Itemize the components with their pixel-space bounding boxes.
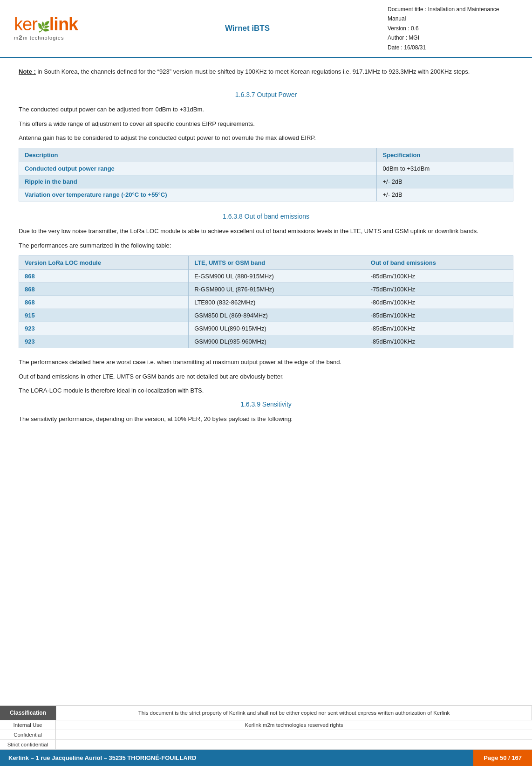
table-row: 868E-GSM900 UL (880-915MHz)-85dBm/100KHz [19,269,513,283]
section-oob-heading: 1.6.3.8 Out of band emissions [19,213,513,220]
cell-band: E-GSM900 UL (880-915MHz) [189,269,365,283]
logo-icon: 🌿 [37,21,49,33]
logo-ker: ker [14,14,37,34]
classification-label: Classification [0,706,56,720]
cell-band: LTE800 (832-862MHz) [189,296,365,309]
logo-link: link [49,14,78,34]
table-row: Ripple in the band+/- 2dB [19,175,513,188]
cell-emission-value: -75dBm/100KHz [365,283,513,296]
col-band: LTE, UMTS or GSM band [189,255,365,269]
cell-emission-value: -85dBm/100KHz [365,269,513,283]
output-power-para3: Antenna gain has to be considered to adj… [19,133,513,143]
footer-row-internal: Internal Use Kerlink m2m technologies re… [0,720,532,730]
section-output-power-heading: 1.6.3.7 Output Power [19,91,513,98]
footer-address: Kerlink – 1 rue Jacqueline Auriol – 3523… [0,750,473,766]
cell-version: 915 [19,309,189,322]
footer-rows: Internal Use Kerlink m2m technologies re… [0,720,532,750]
output-power-para1: The conducted output power can be adjust… [19,105,513,115]
footer-row-confidential: Confidential [0,730,532,740]
strict-confidential-label: Strict confidential [0,740,56,749]
output-power-para2: This offers a wide range of adjustment t… [19,119,513,129]
cell-specification: +/- 2dB [377,188,513,201]
logo: ker🌿link [14,15,107,33]
doc-date: Date : 16/08/31 [388,43,518,52]
cell-band: GSM900 DL(935-960MHz) [189,335,365,348]
cell-description: Variation over temperature range (-20°C … [19,188,377,201]
header-doc-info: Document title : Installation and Mainte… [388,5,518,52]
doc-author: Author : MGI [388,33,518,42]
sensitivity-para1: The sensitivity performance, depending o… [19,414,513,424]
footer-row-strict: Strict confidential [0,740,532,750]
cell-version: 868 [19,269,189,283]
oob-para3: The performances detailed here are worst… [19,358,513,367]
cell-emission-value: -85dBm/100KHz [365,322,513,335]
col-description: Description [19,148,377,162]
note-block: Note : in South Korea, the channels defi… [19,67,513,77]
emissions-table: Version LoRa LOC module LTE, UMTS or GSM… [19,255,513,348]
table-row: 868R-GSM900 UL (876-915MHz)-75dBm/100KHz [19,283,513,296]
col-version: Version LoRa LOC module [19,255,189,269]
cell-description: Conducted output power range [19,162,377,175]
cell-version: 923 [19,335,189,348]
cell-version: 923 [19,322,189,335]
page-header: ker🌿link m2m technologies Wirnet iBTS Do… [0,0,532,58]
page-footer: Classification This document is the stri… [0,705,532,766]
footer-bottom-bar: Kerlink – 1 rue Jacqueline Auriol – 3523… [0,750,532,766]
oob-para4: Out of band emissions in other LTE, UMTS… [19,372,513,382]
cell-version: 868 [19,296,189,309]
strict-confidential-value [56,740,532,749]
oob-para1: Due to the very low noise transmitter, t… [19,227,513,236]
cell-specification: 0dBm to +31dBm [377,162,513,175]
internal-use-label: Internal Use [0,720,56,730]
table-row: 868LTE800 (832-862MHz)-80dBm/100KHz [19,296,513,309]
cell-band: R-GSM900 UL (876-915MHz) [189,283,365,296]
oob-para2: The performances are summarized in the f… [19,241,513,251]
classification-text: This document is the strict property of … [56,706,532,720]
cell-description: Ripple in the band [19,175,377,188]
main-content: Note : in South Korea, the channels defi… [0,58,532,438]
confidential-value [56,730,532,739]
table-row: 923GSM900 UL(890-915MHz)-85dBm/100KHz [19,322,513,335]
header-product-title: Wirnet iBTS [107,24,388,33]
footer-page: Page 50 / 167 [473,750,532,766]
cell-specification: +/- 2dB [377,175,513,188]
cell-emission-value: -85dBm/100KHz [365,335,513,348]
cell-version: 868 [19,283,189,296]
note-text: in South Korea, the channels defined for… [36,68,470,75]
table-row: 923GSM900 DL(935-960MHz)-85dBm/100KHz [19,335,513,348]
col-emissions: Out of band emissions [365,255,513,269]
logo-area: ker🌿link m2m technologies [14,15,107,41]
doc-version: Version : 0.6 [388,24,518,33]
col-specification: Specification [377,148,513,162]
internal-use-value: Kerlink m2m technologies reserved rights [56,720,532,730]
footer-classification-row: Classification This document is the stri… [0,706,532,720]
cell-emission-value: -80dBm/100KHz [365,296,513,309]
oob-para5: The LORA-LOC module is therefore ideal i… [19,386,513,396]
logo-subtitle: m2m technologies [14,34,107,41]
confidential-label: Confidential [0,730,56,739]
table-row: 915GSM850 DL (869-894MHz)-85dBm/100KHz [19,309,513,322]
note-label: Note : [19,68,36,75]
cell-band: GSM900 UL(890-915MHz) [189,322,365,335]
doc-title: Document title : Installation and Mainte… [388,5,518,24]
table-row: Variation over temperature range (-20°C … [19,188,513,201]
cell-band: GSM850 DL (869-894MHz) [189,309,365,322]
cell-emission-value: -85dBm/100KHz [365,309,513,322]
section-sensitivity-heading: 1.6.3.9 Sensitivity [19,400,513,408]
table-row: Conducted output power range0dBm to +31d… [19,162,513,175]
output-power-table: Description Specification Conducted outp… [19,148,513,201]
